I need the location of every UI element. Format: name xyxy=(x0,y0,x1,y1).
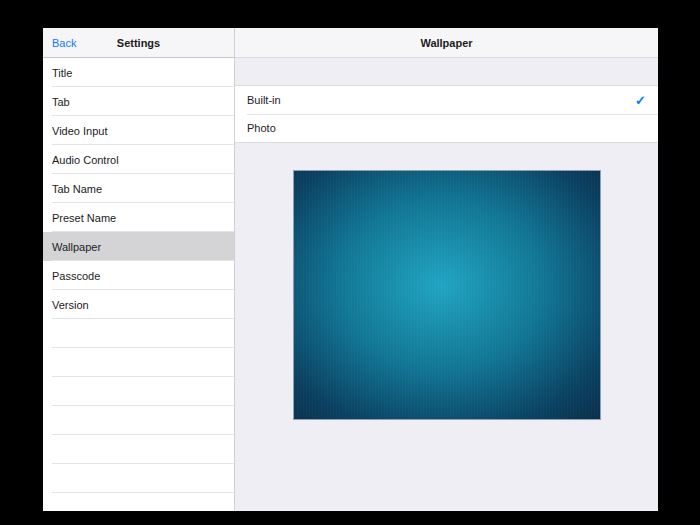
sidebar-item-label: Video Input xyxy=(52,125,107,137)
sidebar-empty-row xyxy=(43,319,234,348)
sidebar-item-label: Wallpaper xyxy=(52,241,101,253)
sidebar-empty-row xyxy=(43,348,234,377)
wallpaper-preview-texture xyxy=(294,171,600,419)
sidebar-item-label: Title xyxy=(52,67,72,79)
sidebar-item-version[interactable]: Version xyxy=(43,290,234,319)
sidebar-item-wallpaper[interactable]: Wallpaper xyxy=(43,232,234,261)
sidebar-item-title[interactable]: Title xyxy=(43,58,234,87)
sidebar-item-label: Version xyxy=(52,299,89,311)
sidebar-item-video-input[interactable]: Video Input xyxy=(43,116,234,145)
sidebar-item-label: Passcode xyxy=(52,270,100,282)
settings-window: Back Settings Title Tab Video Input Audi… xyxy=(43,28,658,511)
sidebar-item-label: Tab xyxy=(52,96,70,108)
sidebar-empty-row xyxy=(43,406,234,435)
option-label: Built-in xyxy=(247,94,281,106)
checkmark-icon: ✓ xyxy=(635,94,646,107)
option-photo[interactable]: Photo xyxy=(235,114,658,142)
sidebar-item-passcode[interactable]: Passcode xyxy=(43,261,234,290)
sidebar-item-audio-control[interactable]: Audio Control xyxy=(43,145,234,174)
sidebar-item-label: Tab Name xyxy=(52,183,102,195)
wallpaper-options-group: Built-in ✓ Photo xyxy=(235,85,658,143)
sidebar: Back Settings Title Tab Video Input Audi… xyxy=(43,28,235,511)
sidebar-item-tab[interactable]: Tab xyxy=(43,87,234,116)
detail-title: Wallpaper xyxy=(420,37,472,49)
sidebar-header: Back Settings xyxy=(43,28,234,58)
sidebar-title: Settings xyxy=(117,37,160,49)
option-label: Photo xyxy=(247,122,276,134)
sidebar-empty-row xyxy=(43,435,234,464)
back-button[interactable]: Back xyxy=(52,28,76,57)
sidebar-item-preset-name[interactable]: Preset Name xyxy=(43,203,234,232)
sidebar-empty-row xyxy=(43,464,234,493)
detail-header: Wallpaper xyxy=(235,28,658,58)
sidebar-empty-row xyxy=(43,493,234,511)
wallpaper-preview xyxy=(293,170,601,420)
option-built-in[interactable]: Built-in ✓ xyxy=(235,86,658,114)
sidebar-item-tab-name[interactable]: Tab Name xyxy=(43,174,234,203)
sidebar-empty-row xyxy=(43,377,234,406)
sidebar-item-label: Audio Control xyxy=(52,154,119,166)
sidebar-item-label: Preset Name xyxy=(52,212,116,224)
detail-pane: Wallpaper Built-in ✓ Photo xyxy=(235,28,658,511)
